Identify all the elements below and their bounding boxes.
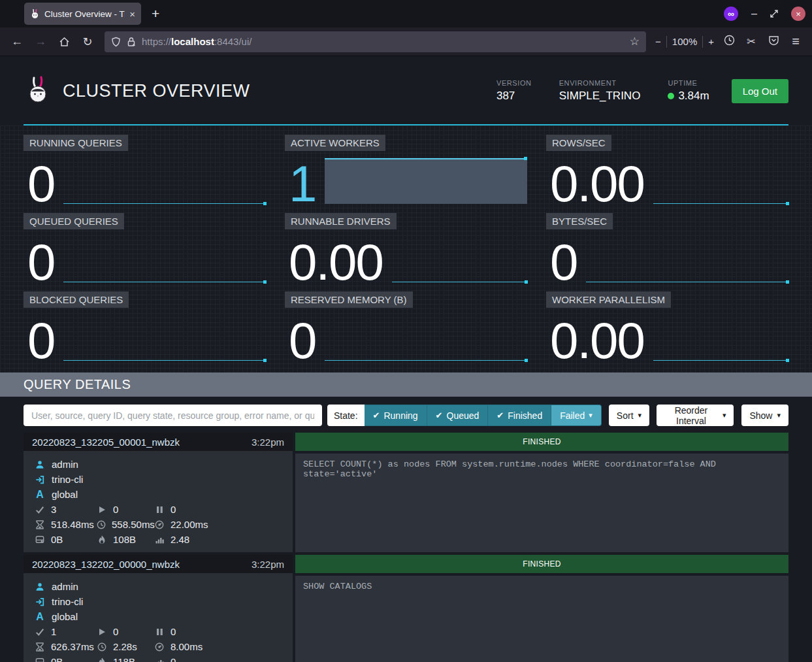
uptime-value: 3.84m bbox=[678, 90, 709, 103]
query-filter-toolbar: State: ✔ Running ✔ Queued ✔ Finished Fai… bbox=[0, 405, 812, 426]
environment-info: ENVIRONMENT SIMPLE_TRINO bbox=[559, 79, 641, 103]
wall-time-hourglass-icon bbox=[35, 520, 45, 529]
source-signin-icon bbox=[35, 597, 45, 606]
state-filter-failed-dropdown[interactable]: Failed ▾ bbox=[551, 405, 602, 426]
forward-icon: → bbox=[30, 31, 51, 52]
tab-close-icon[interactable]: × bbox=[129, 8, 135, 20]
browser-nav-bar: ← → ↻ https://localhost:8443/ui/ ☆ − 100… bbox=[0, 27, 812, 56]
source-signin-icon bbox=[35, 475, 45, 484]
query-list: 20220823_132205_00001_nwbzk 3:22pm admin… bbox=[0, 433, 812, 662]
splits-running-play-icon bbox=[97, 628, 107, 636]
stat-card-active-workers: ACTIVE WORKERS 1 bbox=[285, 135, 527, 205]
user-icon bbox=[35, 582, 45, 591]
app-header: CLUSTER OVERVIEW VERSION 387 ENVIRONMENT… bbox=[0, 56, 812, 112]
query-resource-group: global bbox=[52, 611, 78, 622]
menu-hamburger-icon[interactable]: ≡ bbox=[786, 34, 805, 49]
state-filter-label: State: bbox=[327, 405, 365, 426]
state-filter-queued[interactable]: ✔ Queued bbox=[427, 405, 489, 426]
trino-bunny-logo bbox=[24, 76, 54, 106]
user-icon bbox=[35, 460, 45, 469]
window-restore-button[interactable] bbox=[770, 10, 778, 18]
wall-time-hourglass-icon bbox=[35, 642, 45, 652]
browser-tab[interactable]: Cluster Overview - Trino × bbox=[24, 3, 141, 25]
show-dropdown[interactable]: Show ▾ bbox=[741, 405, 788, 426]
stat-card-reserved-memory: RESERVED MEMORY (B) 0 bbox=[285, 291, 527, 362]
cpu-time-gauge-icon bbox=[154, 520, 165, 529]
bookmark-star-icon[interactable]: ☆ bbox=[630, 35, 640, 48]
sparkline bbox=[653, 316, 788, 361]
zoom-out-button[interactable]: − bbox=[655, 36, 661, 47]
zoom-in-button[interactable]: + bbox=[708, 36, 714, 47]
sparkline bbox=[63, 316, 266, 361]
state-filter-running[interactable]: ✔ Running bbox=[365, 405, 427, 426]
sort-dropdown[interactable]: Sort ▾ bbox=[609, 405, 649, 426]
screenshot-scissors-icon[interactable]: ✂ bbox=[741, 35, 761, 48]
trino-cluster-overview-page: CLUSTER OVERVIEW VERSION 387 ENVIRONMENT… bbox=[0, 56, 812, 662]
sparkline bbox=[653, 159, 788, 204]
query-search-input[interactable] bbox=[24, 405, 322, 426]
check-icon: ✔ bbox=[373, 410, 380, 420]
sparkline bbox=[586, 237, 788, 282]
tab-title: Cluster Overview - Trino bbox=[44, 9, 125, 19]
query-id-link[interactable]: 20220823_132202_00000_nwbzk bbox=[32, 559, 252, 570]
query-row: 20220823_132202_00000_nwbzk 3:22pm admin… bbox=[24, 555, 788, 662]
logout-button[interactable]: Log Out bbox=[732, 79, 788, 103]
check-icon: ✔ bbox=[496, 410, 504, 420]
caret-down-icon: ▾ bbox=[723, 411, 726, 420]
splits-completed-check-icon bbox=[35, 627, 45, 637]
uptime-status-dot bbox=[668, 93, 674, 99]
query-time: 3:22pm bbox=[252, 437, 284, 448]
window-close-button[interactable]: × bbox=[791, 7, 805, 21]
uptime-info: UPTIME 3.84m bbox=[668, 79, 709, 103]
resource-group-icon: A bbox=[35, 489, 45, 501]
peak-memory-fire-icon bbox=[97, 657, 107, 662]
reload-icon[interactable]: ↻ bbox=[77, 31, 98, 52]
pocket-icon[interactable] bbox=[764, 35, 783, 48]
window-minimize-button[interactable]: – bbox=[751, 8, 757, 20]
query-resource-group: global bbox=[52, 489, 78, 500]
query-user: admin bbox=[52, 459, 78, 470]
stat-card-running-queries: RUNNING QUERIES 0 bbox=[24, 135, 266, 205]
query-status-badge: FINISHED bbox=[295, 555, 788, 573]
query-time: 3:22pm bbox=[252, 559, 284, 570]
state-filter-finished[interactable]: ✔ Finished bbox=[488, 405, 551, 426]
elapsed-clock-icon bbox=[97, 642, 107, 652]
splits-queued-pause-icon bbox=[154, 628, 165, 636]
caret-down-icon: ▾ bbox=[638, 411, 642, 420]
tracking-shield-icon[interactable] bbox=[111, 37, 121, 47]
cumulative-memory-bars-icon bbox=[154, 658, 165, 662]
sparkline bbox=[392, 237, 527, 282]
new-tab-button[interactable]: + bbox=[152, 6, 159, 22]
cluster-stats-section: RUNNING QUERIES 0 ACTIVE WORKERS 1 ROWS/… bbox=[0, 125, 812, 372]
current-memory-disk-icon bbox=[35, 657, 45, 662]
stat-card-runnable-drivers: RUNNABLE DRIVERS 0.00 bbox=[285, 213, 527, 284]
home-icon[interactable] bbox=[54, 31, 74, 52]
splits-completed-check-icon bbox=[35, 505, 45, 514]
sparkline bbox=[325, 158, 527, 204]
environment-value: SIMPLE_TRINO bbox=[559, 90, 641, 103]
stat-card-rows-sec: ROWS/SEC 0.00 bbox=[546, 135, 788, 205]
version-value: 387 bbox=[496, 90, 532, 103]
query-id-link[interactable]: 20220823_132205_00001_nwbzk bbox=[32, 437, 252, 448]
url-text[interactable]: https://localhost:8443/ui/ bbox=[142, 36, 624, 47]
browser-tab-bar: Cluster Overview - Trino × + ∞ – × bbox=[0, 0, 812, 27]
url-bar[interactable]: https://localhost:8443/ui/ ☆ bbox=[105, 31, 646, 52]
resource-group-icon: A bbox=[35, 611, 45, 623]
history-clock-icon[interactable] bbox=[719, 35, 739, 48]
query-row: 20220823_132205_00001_nwbzk 3:22pm admin… bbox=[24, 433, 788, 552]
query-sql-text: SHOW CATALOGS bbox=[295, 576, 788, 662]
stat-card-worker-parallelism: WORKER PARALLELISM 0.00 bbox=[546, 291, 788, 362]
page-title: CLUSTER OVERVIEW bbox=[63, 81, 496, 101]
query-details-header: QUERY DETAILS bbox=[0, 372, 812, 397]
caret-down-icon: ▾ bbox=[777, 411, 781, 420]
reorder-interval-dropdown[interactable]: Reorder Interval ▾ bbox=[657, 405, 734, 426]
splits-running-play-icon bbox=[97, 506, 107, 514]
zoom-level[interactable]: 100% bbox=[672, 36, 697, 47]
cpu-time-gauge-icon bbox=[154, 642, 165, 652]
version-info: VERSION 387 bbox=[496, 79, 532, 103]
lock-warning-icon[interactable] bbox=[127, 37, 136, 47]
cumulative-memory-bars-icon bbox=[154, 536, 165, 544]
peak-memory-fire-icon bbox=[97, 535, 107, 544]
private-browsing-icon: ∞ bbox=[724, 7, 738, 21]
back-icon[interactable]: ← bbox=[7, 31, 27, 52]
